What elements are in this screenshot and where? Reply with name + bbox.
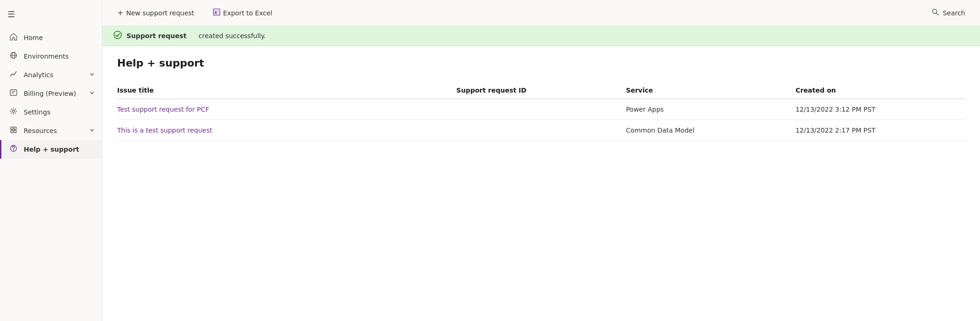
sidebar-help-support-label: Help + support xyxy=(24,146,94,153)
sidebar-analytics-icon xyxy=(9,70,18,80)
table-row-1-issue-title[interactable]: This is a test support request xyxy=(117,120,457,141)
table-row-0-created-on: 12/13/2022 3:12 PM PST xyxy=(795,99,965,120)
sidebar-resources-icon xyxy=(9,126,18,135)
new-request-label: New support request xyxy=(126,9,194,17)
support-requests-table: Issue title Support request ID Service C… xyxy=(117,82,965,141)
svg-point-6 xyxy=(13,110,15,113)
sidebar-billing-label: Billing (Preview) xyxy=(24,90,84,97)
svg-point-18 xyxy=(114,31,121,39)
sidebar-item-help-support[interactable]: Help + support xyxy=(0,140,102,159)
svg-point-12 xyxy=(13,150,13,150)
svg-line-17 xyxy=(936,13,939,15)
table-row-1-created-on: 12/13/2022 2:17 PM PST xyxy=(795,120,965,141)
sidebar-item-settings[interactable]: Settings xyxy=(0,103,102,121)
banner-bold-text: Support request xyxy=(126,32,186,40)
column-header-service: Service xyxy=(626,82,795,99)
table-row-0-service: Power Apps xyxy=(626,99,795,120)
excel-icon: X xyxy=(213,8,220,17)
sidebar-environments-label: Environments xyxy=(24,53,94,60)
sidebar-environments-icon xyxy=(9,52,18,61)
table-row: Test support request for PCFPower Apps12… xyxy=(117,99,965,120)
search-button[interactable]: Search xyxy=(928,6,969,20)
plus-icon: + xyxy=(117,8,123,17)
column-header-issue-title: Issue title xyxy=(117,82,457,99)
export-label: Export to Excel xyxy=(223,9,272,17)
main-content: + New support request X Export to Excel xyxy=(102,0,980,321)
sidebar-resources-chevron-icon xyxy=(90,128,94,134)
export-to-excel-button[interactable]: X Export to Excel xyxy=(209,6,276,20)
sidebar-settings-label: Settings xyxy=(24,108,94,116)
sidebar-item-environments[interactable]: Environments xyxy=(0,47,102,66)
sidebar-item-home[interactable]: Home xyxy=(0,28,102,47)
search-label: Search xyxy=(943,9,965,17)
svg-text:X: X xyxy=(214,10,217,15)
sidebar-settings-icon xyxy=(9,107,18,117)
svg-rect-7 xyxy=(11,127,13,129)
page-content-area: Help + support Issue title Support reque… xyxy=(102,46,980,321)
search-icon xyxy=(932,8,939,18)
svg-rect-3 xyxy=(10,90,17,95)
sidebar-home-icon xyxy=(9,33,18,42)
banner-rest-text: created successfully. xyxy=(199,32,266,40)
sidebar-billing-chevron-icon xyxy=(90,91,94,97)
success-banner: Support request created successfully. xyxy=(102,26,980,46)
table-row-0-request-id xyxy=(457,99,626,120)
hamburger-menu-button[interactable]: ☰ xyxy=(0,4,102,25)
new-support-request-button[interactable]: + New support request xyxy=(113,6,198,20)
sidebar-help-support-icon xyxy=(9,145,18,154)
svg-rect-8 xyxy=(14,127,16,129)
svg-rect-10 xyxy=(14,130,16,133)
table-body: Test support request for PCFPower Apps12… xyxy=(117,99,965,141)
sidebar: ☰ HomeEnvironmentsAnalyticsBilling (Prev… xyxy=(0,0,102,321)
table-row-1-service: Common Data Model xyxy=(626,120,795,141)
column-header-created-on: Created on xyxy=(795,82,965,99)
table-row: This is a test support requestCommon Dat… xyxy=(117,120,965,141)
success-check-icon xyxy=(113,31,122,41)
sidebar-billing-icon xyxy=(9,89,18,98)
svg-rect-9 xyxy=(11,130,13,133)
sidebar-analytics-label: Analytics xyxy=(24,71,84,79)
sidebar-item-resources[interactable]: Resources xyxy=(0,121,102,140)
sidebar-item-analytics[interactable]: Analytics xyxy=(0,66,102,84)
column-header-request-id: Support request ID xyxy=(457,82,626,99)
sidebar-home-label: Home xyxy=(24,34,94,41)
page-title: Help + support xyxy=(117,57,965,69)
table-row-1-request-id xyxy=(457,120,626,141)
sidebar-analytics-chevron-icon xyxy=(90,72,94,78)
table-header: Issue title Support request ID Service C… xyxy=(117,82,965,99)
table-row-0-issue-title[interactable]: Test support request for PCF xyxy=(117,99,457,120)
toolbar: + New support request X Export to Excel xyxy=(102,0,980,26)
hamburger-icon: ☰ xyxy=(7,9,15,19)
sidebar-resources-label: Resources xyxy=(24,127,84,134)
sidebar-item-billing[interactable]: Billing (Preview) xyxy=(0,84,102,103)
